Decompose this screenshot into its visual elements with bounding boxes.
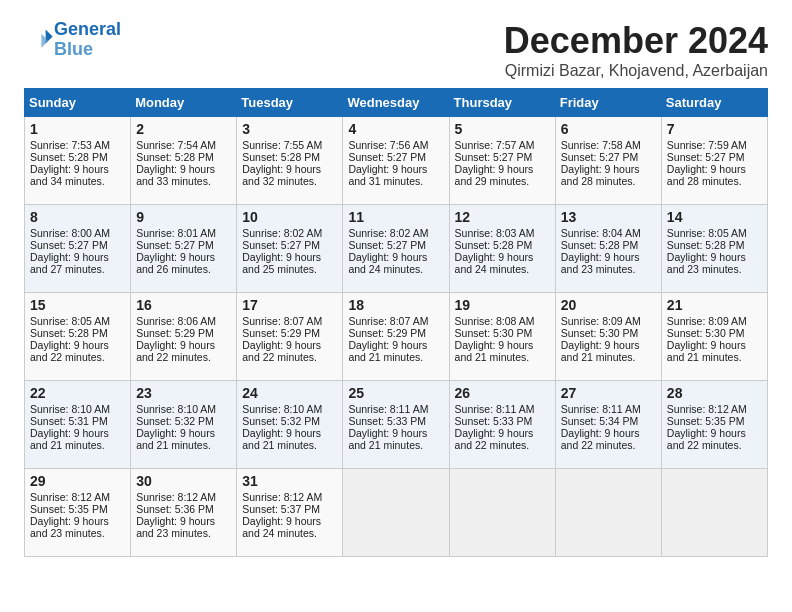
sunset-label: Sunset: 5:28 PM (561, 239, 639, 251)
sunrise-label: Sunrise: 8:05 AM (30, 315, 110, 327)
sunset-label: Sunset: 5:27 PM (667, 151, 745, 163)
daylight-label: Daylight: 9 hours and 23 minutes. (30, 515, 109, 539)
day-number: 25 (348, 385, 443, 401)
sunrise-label: Sunrise: 7:55 AM (242, 139, 322, 151)
calendar-cell: 25Sunrise: 8:11 AMSunset: 5:33 PMDayligh… (343, 381, 449, 469)
day-number: 15 (30, 297, 125, 313)
day-number: 28 (667, 385, 762, 401)
day-number: 7 (667, 121, 762, 137)
sunset-label: Sunset: 5:35 PM (30, 503, 108, 515)
calendar-cell: 21Sunrise: 8:09 AMSunset: 5:30 PMDayligh… (661, 293, 767, 381)
sunset-label: Sunset: 5:27 PM (348, 239, 426, 251)
sunset-label: Sunset: 5:35 PM (667, 415, 745, 427)
daylight-label: Daylight: 9 hours and 22 minutes. (561, 427, 640, 451)
calendar-cell: 22Sunrise: 8:10 AMSunset: 5:31 PMDayligh… (25, 381, 131, 469)
sunset-label: Sunset: 5:30 PM (561, 327, 639, 339)
calendar-cell: 18Sunrise: 8:07 AMSunset: 5:29 PMDayligh… (343, 293, 449, 381)
calendar-cell: 3Sunrise: 7:55 AMSunset: 5:28 PMDaylight… (237, 117, 343, 205)
day-number: 12 (455, 209, 550, 225)
sunrise-label: Sunrise: 8:04 AM (561, 227, 641, 239)
col-header-thursday: Thursday (449, 89, 555, 117)
sunrise-label: Sunrise: 8:11 AM (455, 403, 535, 415)
week-row-3: 15Sunrise: 8:05 AMSunset: 5:28 PMDayligh… (25, 293, 768, 381)
sunrise-label: Sunrise: 7:57 AM (455, 139, 535, 151)
daylight-label: Daylight: 9 hours and 21 minutes. (561, 339, 640, 363)
sunrise-label: Sunrise: 8:00 AM (30, 227, 110, 239)
sunset-label: Sunset: 5:33 PM (455, 415, 533, 427)
calendar-cell: 9Sunrise: 8:01 AMSunset: 5:27 PMDaylight… (131, 205, 237, 293)
day-number: 16 (136, 297, 231, 313)
day-number: 11 (348, 209, 443, 225)
daylight-label: Daylight: 9 hours and 27 minutes. (30, 251, 109, 275)
sunrise-label: Sunrise: 7:54 AM (136, 139, 216, 151)
sunrise-label: Sunrise: 8:09 AM (561, 315, 641, 327)
day-number: 27 (561, 385, 656, 401)
sunrise-label: Sunrise: 8:01 AM (136, 227, 216, 239)
sunset-label: Sunset: 5:28 PM (455, 239, 533, 251)
calendar-cell (555, 469, 661, 557)
calendar-cell: 31Sunrise: 8:12 AMSunset: 5:37 PMDayligh… (237, 469, 343, 557)
daylight-label: Daylight: 9 hours and 24 minutes. (455, 251, 534, 275)
sunset-label: Sunset: 5:36 PM (136, 503, 214, 515)
calendar-cell: 16Sunrise: 8:06 AMSunset: 5:29 PMDayligh… (131, 293, 237, 381)
header: GeneralBlue December 2024 Qirmizi Bazar,… (24, 20, 768, 80)
calendar-cell: 19Sunrise: 8:08 AMSunset: 5:30 PMDayligh… (449, 293, 555, 381)
daylight-label: Daylight: 9 hours and 31 minutes. (348, 163, 427, 187)
sunset-label: Sunset: 5:29 PM (136, 327, 214, 339)
sunrise-label: Sunrise: 8:02 AM (242, 227, 322, 239)
calendar-cell: 30Sunrise: 8:12 AMSunset: 5:36 PMDayligh… (131, 469, 237, 557)
sunset-label: Sunset: 5:32 PM (136, 415, 214, 427)
calendar-cell: 15Sunrise: 8:05 AMSunset: 5:28 PMDayligh… (25, 293, 131, 381)
daylight-label: Daylight: 9 hours and 21 minutes. (30, 427, 109, 451)
sunrise-label: Sunrise: 8:06 AM (136, 315, 216, 327)
sunrise-label: Sunrise: 8:12 AM (667, 403, 747, 415)
calendar-cell: 13Sunrise: 8:04 AMSunset: 5:28 PMDayligh… (555, 205, 661, 293)
sunset-label: Sunset: 5:28 PM (30, 151, 108, 163)
sunrise-label: Sunrise: 7:58 AM (561, 139, 641, 151)
sunrise-label: Sunrise: 8:07 AM (348, 315, 428, 327)
day-number: 8 (30, 209, 125, 225)
sunset-label: Sunset: 5:28 PM (667, 239, 745, 251)
sunrise-label: Sunrise: 8:05 AM (667, 227, 747, 239)
calendar-cell (343, 469, 449, 557)
col-header-friday: Friday (555, 89, 661, 117)
day-number: 10 (242, 209, 337, 225)
sunset-label: Sunset: 5:33 PM (348, 415, 426, 427)
sunrise-label: Sunrise: 8:02 AM (348, 227, 428, 239)
sunset-label: Sunset: 5:30 PM (455, 327, 533, 339)
week-row-4: 22Sunrise: 8:10 AMSunset: 5:31 PMDayligh… (25, 381, 768, 469)
calendar-cell: 27Sunrise: 8:11 AMSunset: 5:34 PMDayligh… (555, 381, 661, 469)
sunrise-label: Sunrise: 7:53 AM (30, 139, 110, 151)
day-number: 21 (667, 297, 762, 313)
daylight-label: Daylight: 9 hours and 29 minutes. (455, 163, 534, 187)
calendar-cell: 6Sunrise: 7:58 AMSunset: 5:27 PMDaylight… (555, 117, 661, 205)
calendar-cell (661, 469, 767, 557)
calendar-cell: 4Sunrise: 7:56 AMSunset: 5:27 PMDaylight… (343, 117, 449, 205)
sunrise-label: Sunrise: 8:10 AM (136, 403, 216, 415)
location-title: Qirmizi Bazar, Khojavend, Azerbaijan (504, 62, 768, 80)
logo-text: GeneralBlue (54, 20, 121, 60)
calendar-cell: 23Sunrise: 8:10 AMSunset: 5:32 PMDayligh… (131, 381, 237, 469)
sunrise-label: Sunrise: 8:03 AM (455, 227, 535, 239)
sunset-label: Sunset: 5:27 PM (561, 151, 639, 163)
logo: GeneralBlue (24, 20, 121, 60)
sunset-label: Sunset: 5:30 PM (667, 327, 745, 339)
sunrise-label: Sunrise: 8:10 AM (242, 403, 322, 415)
sunset-label: Sunset: 5:27 PM (455, 151, 533, 163)
calendar-cell: 5Sunrise: 7:57 AMSunset: 5:27 PMDaylight… (449, 117, 555, 205)
daylight-label: Daylight: 9 hours and 22 minutes. (242, 339, 321, 363)
month-title: December 2024 (504, 20, 768, 62)
daylight-label: Daylight: 9 hours and 21 minutes. (455, 339, 534, 363)
col-header-saturday: Saturday (661, 89, 767, 117)
daylight-label: Daylight: 9 hours and 21 minutes. (348, 339, 427, 363)
calendar-cell: 2Sunrise: 7:54 AMSunset: 5:28 PMDaylight… (131, 117, 237, 205)
daylight-label: Daylight: 9 hours and 21 minutes. (667, 339, 746, 363)
day-number: 2 (136, 121, 231, 137)
day-number: 17 (242, 297, 337, 313)
day-number: 26 (455, 385, 550, 401)
calendar-cell: 12Sunrise: 8:03 AMSunset: 5:28 PMDayligh… (449, 205, 555, 293)
sunrise-label: Sunrise: 8:12 AM (136, 491, 216, 503)
day-number: 13 (561, 209, 656, 225)
calendar-cell: 11Sunrise: 8:02 AMSunset: 5:27 PMDayligh… (343, 205, 449, 293)
day-number: 20 (561, 297, 656, 313)
